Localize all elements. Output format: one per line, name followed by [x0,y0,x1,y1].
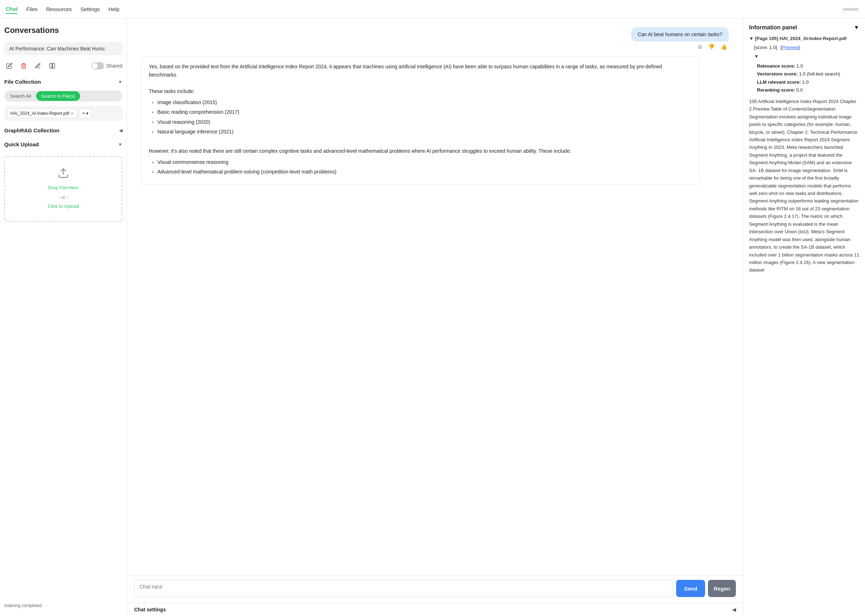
copy-button[interactable]: ⧉ [697,43,704,51]
action-icons-row: Shared [4,60,122,72]
info-body: 105 Artificial Intelligence Index Report… [749,97,859,274]
status-bar: Indexing completed. [4,601,122,610]
shared-label: Shared [106,63,122,69]
conversation-item[interactable]: AI Performance: Can Machines Beat Humc [4,42,122,55]
info-filename: [Page 105] HAI_2024_AI-Index-Report.pdf [755,36,846,41]
nav-resources[interactable]: Resources [46,5,72,14]
version-label: version: [843,6,859,12]
info-panel: Information panel ▼ ▼ [Page 105] HAI_202… [743,19,865,616]
assistant-message: Yes, based on the provided text from the… [141,57,699,185]
main-chat: Can AI beat humans on certain tasks? ⧉ 👎… [127,19,743,616]
edit-icon[interactable] [4,61,14,71]
file-collection-chevron: ▼ [118,79,122,85]
llm-row: LLM relevant score: 1.0 [757,79,859,86]
search-in-files-option[interactable]: Search In File(s) [36,91,80,101]
reranking-value: 0.0 [796,87,803,93]
relevance-row: Relevance score: 1.0 [757,62,859,70]
graphrag-chevron: ◀ [119,128,122,133]
drop-text: Drop File Here [48,184,79,192]
chat-settings-label: Chat settings [134,607,166,613]
nav-chat[interactable]: Chat [6,4,17,14]
tasks-label: These tasks include: [149,87,692,96]
info-scores: Relevance score: 1.0 Vectorstore score: … [757,62,859,94]
info-score-text: [score: 1.0] [754,45,777,50]
chat-settings-chevron: ◀ [732,607,736,613]
click-upload-text: Click to Upload [47,203,79,211]
file-collection-header[interactable]: File Collection ▼ [4,77,122,86]
nav-help[interactable]: Help [108,5,119,14]
reranking-row: Reranking score: 0.0 [757,86,859,94]
user-message-wrapper: Can AI beat humans on certain tasks? ⧉ 👎… [141,27,729,51]
file-chip-label: HAI_2024_AI-Index-Report.pdf [10,111,69,116]
svg-rect-0 [50,63,52,68]
caveat-text: However, it's also noted that there are … [149,147,692,155]
caveat-list: Visual commonsense reasoning Advanced-le… [149,158,692,176]
thumbs-up-button[interactable]: 👍 [719,43,729,51]
main-layout: Conversations AI Performance: Can Machin… [0,19,865,616]
scores-collapse[interactable]: ▼ [754,53,859,60]
info-source-row: ▼ [Page 105] HAI_2024_AI-Index-Report.pd… [749,35,859,42]
vectorstore-value: 1.0 (full-text search) [799,71,840,77]
info-scores-section: ▼ Relevance score: 1.0 Vectorstore score… [754,53,859,94]
chip-clear-icon: × [82,111,85,116]
task-item-4: Natural language inference (2021) [157,128,692,136]
rename-icon[interactable] [33,61,43,71]
upload-area[interactable]: Drop File Here - or - Click to Upload [4,156,122,222]
file-chip[interactable]: HAI_2024_AI-Index-Report.pdf × [7,109,77,118]
assistant-intro: Yes, based on the provided text from the… [149,63,692,79]
graphrag-label: GraphRAG Collection [4,127,60,134]
llm-value: 1.0 [802,79,808,85]
upload-or: - or - [58,195,68,200]
info-collapse-icon[interactable]: ▼ [749,36,755,41]
vectorstore-label: Vectorstore score: [757,71,799,77]
quick-upload-chevron: ▼ [118,142,122,147]
user-message: Can AI beat humans on certain tasks? [631,27,729,41]
relevance-label: Relevance score: [757,63,797,69]
chat-input[interactable] [134,580,673,597]
graphrag-header[interactable]: GraphRAG Collection ◀ [4,125,122,135]
reranking-label: Reranking score: [757,87,796,93]
caveat-item-1: Visual commonsense reasoning [157,158,692,167]
chip-add-icon: ▾ [86,111,88,116]
upload-icon [58,167,69,181]
send-button[interactable]: Send [676,580,705,597]
file-collection-label: File Collection [4,79,41,85]
chat-messages: Can AI beat humans on certain tasks? ⧉ 👎… [127,19,743,575]
thumbs-down-button[interactable]: 👎 [706,43,716,51]
task-item-1: Image classification (2015) [157,98,692,107]
file-chips-area: HAI_2024_AI-Index-Report.pdf × × ▾ [4,106,122,121]
relevance-value: 1.0 [797,63,803,69]
nav-settings[interactable]: Settings [80,5,100,14]
toggle-track[interactable] [91,62,104,69]
message-actions: ⧉ 👎 👍 [697,43,729,51]
info-panel-chevron: ▼ [854,24,859,31]
info-panel-header: Information panel ▼ [749,24,859,31]
vectorstore-row: Vectorstore score: 1.0 (full-text search… [757,70,859,78]
search-all-option[interactable]: Search All [5,91,36,101]
info-preview-link[interactable]: [Preview] [780,45,800,50]
caveat-item-2: Advanced-level mathematical problem-solv… [157,168,692,176]
info-score-row: [score: 1.0] [Preview] [754,44,859,52]
file-chip-remove[interactable]: × [71,110,74,116]
tasks-list: Image classification (2015) Basic readin… [149,98,692,135]
chat-settings-bar[interactable]: Chat settings ◀ [127,603,743,616]
quick-upload-label: Quick Upload [4,141,39,148]
task-item-2: Basic reading comprehension (2017) [157,108,692,116]
info-panel-title: Information panel [749,24,797,31]
top-nav: Chat Files Resources Settings Help versi… [0,0,865,19]
chat-input-area: Send Regen [127,575,743,603]
chip-clear[interactable]: × ▾ [79,109,91,118]
delete-icon[interactable] [19,61,28,71]
nav-files[interactable]: Files [26,5,38,14]
regen-button[interactable]: Regen [708,580,736,597]
task-item-3: Visual reasoning (2020) [157,118,692,126]
preview-link-text[interactable]: Preview [782,45,799,50]
svg-rect-1 [53,63,55,68]
sidebar: Conversations AI Performance: Can Machin… [0,19,127,616]
llm-label: LLM relevant score: [757,79,802,85]
shared-toggle[interactable]: Shared [91,62,122,69]
split-icon[interactable] [47,61,57,71]
sidebar-title: Conversations [4,24,122,38]
quick-upload-header[interactable]: Quick Upload ▼ [4,139,122,149]
toggle-thumb [92,63,98,69]
